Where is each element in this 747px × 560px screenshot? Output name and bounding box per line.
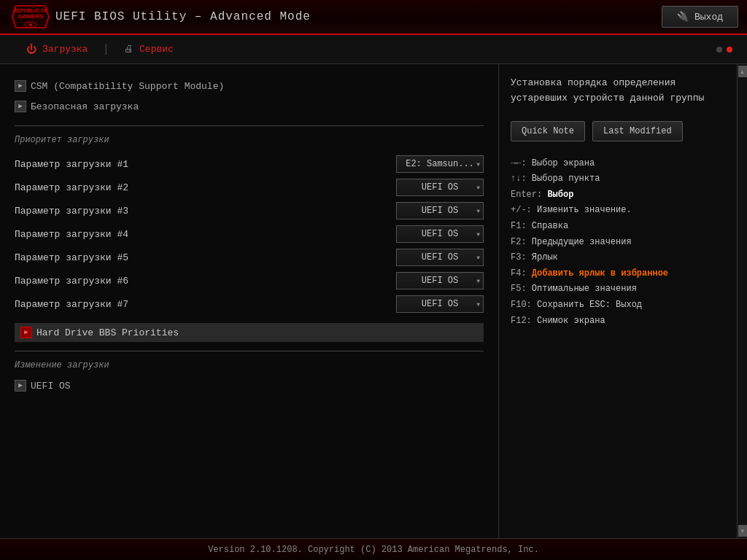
separator-2	[15, 351, 484, 351]
power-icon: ⏻	[26, 44, 36, 55]
boot-param-btn-1[interactable]: E2: Samsun...	[396, 155, 484, 173]
change-item-label: UEFI OS	[31, 381, 71, 392]
svg-text:GAMERS: GAMERS	[18, 13, 44, 20]
boot-param-label-4: Параметр загрузки #4	[15, 229, 396, 240]
main-content: ▶ CSM (Compatibility Support Module) ▶ Б…	[0, 64, 747, 538]
help-line-3: Enter: Выбор	[511, 187, 724, 203]
header-title: UEFI BIOS Utility – Advanced Mode	[55, 10, 311, 23]
csm-label: CSM (Compatibility Support Module)	[31, 81, 224, 92]
help-line-2: ↑↓: Выбора пункта	[511, 171, 724, 187]
help-val-5: Справка	[532, 221, 568, 231]
info-text: Установка порядка определения устаревших…	[511, 76, 724, 106]
separator-1	[15, 125, 484, 126]
help-line-6: F2: Предыдущие значения	[511, 235, 724, 251]
footer-text: Version 2.10.1208. Copyright (C) 2013 Am…	[208, 545, 539, 555]
help-val-6: Предыдущие значения	[532, 237, 632, 247]
change-item-1: ▶ UEFI OS	[15, 378, 484, 394]
boot-param-btn-7[interactable]: UEFI OS	[396, 295, 484, 313]
exit-icon: 🔌	[677, 11, 689, 23]
help-val-4: Изменить значение.	[537, 205, 632, 215]
boot-param-btn-3[interactable]: UEFI OS	[396, 202, 484, 219]
boot-param-btn-2[interactable]: UEFI OS	[396, 179, 484, 196]
boot-priority-label: Приоритет загрузки	[15, 135, 484, 145]
tab-dot-2[interactable]	[727, 47, 732, 52]
help-line-11: F12: Снимок экрана	[511, 314, 724, 330]
boot-param-label-6: Параметр загрузки #6	[15, 276, 396, 287]
tab-separator: |	[102, 43, 109, 56]
help-key-3: Enter:	[511, 190, 547, 200]
boot-param-btn-6[interactable]: UEFI OS	[396, 272, 484, 289]
help-line-7: F3: Ярлык	[511, 250, 724, 266]
help-val-7: Ярлык	[532, 252, 558, 262]
boot-param-btn-5[interactable]: UEFI OS	[396, 249, 484, 266]
change-item-arrow-icon: ▶	[15, 380, 26, 392]
help-val-2: Выбора пункта	[532, 174, 600, 184]
hard-drive-arrow-icon: ▶	[20, 327, 32, 338]
rog-logo-icon: REPUBLIC OF GAMERS	[9, 2, 53, 31]
safe-boot-arrow-icon: ▶	[15, 101, 26, 112]
exit-label: Выход	[694, 12, 723, 23]
help-key-5: F1:	[511, 221, 532, 231]
help-key-11: F12:	[511, 316, 537, 326]
help-key-8: F4:	[511, 268, 532, 279]
boot-param-row-2: Параметр загрузки #2 UEFI OS	[15, 176, 484, 199]
boot-param-label-5: Параметр загрузки #5	[15, 252, 396, 263]
help-val-3: Выбор	[547, 190, 573, 200]
tab-service[interactable]: 🖨 Сервис	[109, 38, 188, 61]
tab-boot[interactable]: ⏻ Загрузка	[12, 38, 102, 61]
tab-boot-label: Загрузка	[42, 44, 88, 55]
last-modified-button[interactable]: Last Modified	[592, 121, 683, 141]
help-val-9: Оптимальные значения	[532, 284, 637, 294]
safe-boot-menu-item[interactable]: ▶ Безопасная загрузка	[15, 96, 484, 117]
csm-menu-item[interactable]: ▶ CSM (Compatibility Support Module)	[15, 76, 484, 96]
svg-text:REPUBLIC OF: REPUBLIC OF	[13, 8, 48, 13]
right-panel: ▲ ▼ Установка порядка определения устаре…	[499, 64, 747, 538]
boot-param-row-5: Параметр загрузки #5 UEFI OS	[15, 246, 484, 269]
change-section-label: Изменение загрузки	[15, 360, 484, 370]
help-line-9: F5: Оптимальные значения	[511, 281, 724, 298]
hard-drive-item[interactable]: ▶ Hard Drive BBS Priorities	[15, 323, 484, 342]
boot-param-row-3: Параметр загрузки #3 UEFI OS	[15, 199, 484, 222]
boot-param-row-6: Параметр загрузки #6 UEFI OS	[15, 269, 484, 292]
help-text: →←: Выбор экрана ↑↓: Выбора пункта Enter…	[511, 156, 724, 330]
exit-button[interactable]: 🔌 Выход	[662, 6, 738, 28]
boot-param-row-1: Параметр загрузки #1 E2: Samsun...	[15, 152, 484, 176]
help-key-10: F10:	[511, 300, 537, 310]
help-line-10: F10: Сохранить ESC: Выход	[511, 298, 724, 314]
svg-point-5	[29, 23, 32, 26]
help-line-4: +/-: Изменить значение.	[511, 203, 724, 219]
printer-icon: 🖨	[124, 44, 133, 55]
boot-param-row-4: Параметр загрузки #4 UEFI OS	[15, 222, 484, 246]
safe-boot-label: Безопасная загрузка	[31, 101, 139, 112]
boot-param-row-7: Параметр загрузки #7 UEFI OS	[15, 292, 484, 316]
boot-param-label-1: Параметр загрузки #1	[15, 159, 396, 170]
footer: Version 2.10.1208. Copyright (C) 2013 Am…	[0, 538, 747, 560]
header: REPUBLIC OF GAMERS UEFI BIOS Utility – A…	[0, 0, 747, 35]
tab-bar: ⏻ Загрузка | 🖨 Сервис	[0, 35, 747, 64]
csm-arrow-icon: ▶	[15, 80, 26, 92]
hard-drive-label: Hard Drive BBS Priorities	[36, 327, 179, 338]
help-key-7: F3:	[511, 252, 532, 262]
help-line-5: F1: Справка	[511, 219, 724, 235]
help-key-4: +/-:	[511, 205, 537, 215]
tab-dot-1[interactable]	[716, 47, 722, 52]
help-key-6: F2:	[511, 237, 532, 247]
quick-note-button[interactable]: Quick Note	[511, 121, 585, 141]
help-val-8: Добавить ярлык в избранное	[532, 268, 668, 279]
scrollbar-track: ▲ ▼	[737, 64, 747, 538]
boot-param-label-2: Параметр загрузки #2	[15, 182, 396, 193]
scrollbar-up-icon[interactable]: ▲	[738, 66, 747, 77]
help-key-1: →←:	[511, 158, 532, 168]
tab-service-label: Сервис	[139, 44, 174, 55]
logo-area: REPUBLIC OF GAMERS	[9, 2, 53, 31]
help-val-1: Выбор экрана	[532, 158, 595, 168]
tab-dots	[716, 47, 732, 52]
help-key-9: F5:	[511, 284, 532, 294]
action-buttons: Quick Note Last Modified	[511, 121, 724, 141]
change-section: Изменение загрузки ▶ UEFI OS	[15, 360, 484, 394]
left-panel: ▶ CSM (Compatibility Support Module) ▶ Б…	[0, 64, 499, 538]
help-val-10: Сохранить ESC: Выход	[537, 300, 642, 310]
scrollbar-down-icon[interactable]: ▼	[738, 525, 747, 537]
boot-param-btn-4[interactable]: UEFI OS	[396, 225, 484, 243]
help-line-8: F4: Добавить ярлык в избранное	[511, 266, 724, 282]
